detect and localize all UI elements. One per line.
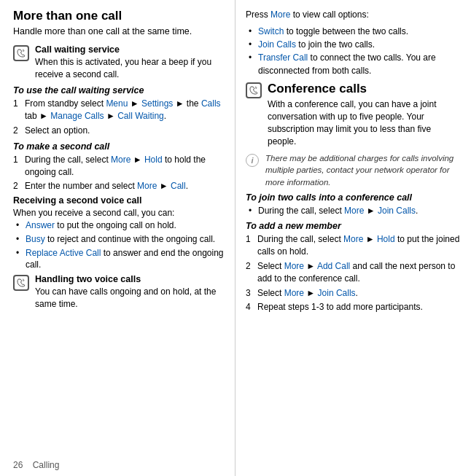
bullet-dot-switch: • <box>249 25 256 38</box>
bullet-dot-join-two: • <box>249 205 256 217</box>
add-new-member-title: To add a new member <box>246 221 461 231</box>
busy-highlight: Busy <box>26 234 45 244</box>
join-calls-highlight-2: Join Calls <box>378 206 416 216</box>
add-call-highlight: Add Call <box>317 261 350 271</box>
warning-text: There may be additional charges for call… <box>265 152 461 187</box>
handling-two-content: Handling two voice calls You can have ca… <box>35 274 225 311</box>
join-two-title: To join two calls into a conference call <box>246 192 461 203</box>
right-bullets: • Switch to toggle between the two calls… <box>246 25 461 77</box>
make-step-2-num: 2 <box>13 180 23 192</box>
join-calls-highlight: Join Calls <box>258 39 296 50</box>
bullet-replace: • Replace Active Call to answer and end … <box>16 247 225 272</box>
make-second-call-section: To make a second call 1 During the call,… <box>13 141 225 192</box>
add-step-1: 1 During the call, select More ► Hold to… <box>246 233 461 258</box>
more-highlight-1: More <box>111 155 131 165</box>
use-call-waiting-title: To use the call waiting service <box>13 85 225 95</box>
add-step-1-text: During the call, select More ► Hold to p… <box>257 233 461 258</box>
bullet-dot-2: • <box>16 233 23 246</box>
page-number: 26 <box>13 460 23 470</box>
press-more-intro: Press More to view call options: <box>246 9 461 21</box>
use-call-waiting-steps: 1 From standby select Menu ► Settings ► … <box>13 98 225 136</box>
add-new-member-section: To add a new member 1 During the call, s… <box>246 221 461 313</box>
receiving-second-intro: When you receive a second call, you can: <box>13 207 225 219</box>
menu-highlight: Menu <box>106 98 128 109</box>
warning-row: i There may be additional charges for ca… <box>246 152 461 187</box>
handling-two-icon <box>13 275 29 291</box>
receiving-second-title: Receiving a second voice call <box>13 195 225 206</box>
call-waiting-icon <box>13 45 29 61</box>
call-waiting-icon-box <box>13 45 32 61</box>
bullet-join-calls-text: Join Calls to join the two calls. <box>258 38 375 51</box>
add-step-2-text: Select More ► Add Call and call the next… <box>257 260 461 285</box>
handling-two-subsection: Handling two voice calls You can have ca… <box>13 274 225 311</box>
join-two-section: To join two calls into a conference call… <box>246 192 461 217</box>
join-two-text: During the call, select More ► Join Call… <box>258 205 418 217</box>
more-highlight-add3: More <box>284 288 304 298</box>
bullet-answer-text: Answer to put the ongoing call on hold. <box>26 219 176 232</box>
conference-title: Conference calls <box>268 82 461 96</box>
bullet-switch: • Switch to toggle between the two calls… <box>249 25 461 38</box>
bullet-switch-text: Switch to toggle between the two calls. <box>258 25 408 38</box>
receiving-second-section: Receiving a second voice call When you r… <box>13 195 225 271</box>
add-step-3: 3 Select More ► Join Calls. <box>246 287 461 300</box>
add-step-2: 2 Select More ► Add Call and call the ne… <box>246 260 461 285</box>
right-column: Press More to view call options: • Switc… <box>236 0 471 476</box>
make-step-1-text: During the call, select More ► Hold to h… <box>25 154 225 179</box>
step-1: 1 From standby select Menu ► Settings ► … <box>13 98 225 122</box>
bullet-dot-join: • <box>249 38 256 51</box>
section-label: Calling <box>33 460 60 470</box>
left-column: More than one call Handle more than one … <box>0 0 236 476</box>
more-highlight-right: More <box>270 9 290 20</box>
join-calls-highlight-3: Join Calls <box>318 288 356 298</box>
add-step-2-num: 2 <box>246 260 256 273</box>
join-two-bullets: • During the call, select More ► Join Ca… <box>246 205 461 217</box>
manage-calls-highlight: Manage Calls <box>50 111 104 121</box>
transfer-highlight: Transfer Call <box>258 52 308 63</box>
page: More than one call Handle more than one … <box>0 0 471 476</box>
step-2: 2 Select an option. <box>13 125 225 137</box>
step-2-num: 2 <box>13 125 23 137</box>
step-1-text: From standby select Menu ► Settings ► th… <box>25 98 225 122</box>
call-waiting-subsection: Call waiting service When this is activa… <box>13 44 225 81</box>
more-highlight-add2: More <box>284 261 304 271</box>
main-intro: Handle more than one call at the same ti… <box>13 26 225 39</box>
conference-icon-box <box>246 82 265 98</box>
conference-icon <box>246 82 262 98</box>
bullet-join-calls: • Join Calls to join the two calls. <box>249 38 461 51</box>
call-highlight: Call <box>171 181 186 191</box>
warning-circle-icon: i <box>246 154 259 167</box>
handling-two-title: Handling two voice calls <box>35 274 225 284</box>
join-two-bullet: • During the call, select More ► Join Ca… <box>249 205 461 217</box>
make-second-call-steps: 1 During the call, select More ► Hold to… <box>13 154 225 192</box>
call-waiting-highlight: Call Waiting <box>117 111 164 121</box>
settings-highlight: Settings <box>141 98 173 109</box>
page-footer: 26 Calling <box>13 460 59 470</box>
more-highlight-add1: More <box>343 234 363 244</box>
replace-highlight: Replace Active Call <box>26 248 101 258</box>
step-2-text: Select an option. <box>25 125 90 137</box>
bullet-dot-3: • <box>16 247 23 260</box>
calls-highlight: Calls <box>201 98 221 109</box>
call-waiting-content: Call waiting service When this is activa… <box>35 44 225 81</box>
handling-two-icon-box <box>13 275 32 291</box>
more-highlight-join: More <box>344 206 364 216</box>
make-step-2: 2 Enter the number and select More ► Cal… <box>13 180 225 192</box>
use-call-waiting-section: To use the call waiting service 1 From s… <box>13 85 225 136</box>
bullet-dot-1: • <box>16 219 23 232</box>
add-step-4-text: Repeat steps 1-3 to add more participant… <box>257 301 423 313</box>
hold-highlight-1: Hold <box>144 155 163 165</box>
make-step-1-num: 1 <box>13 154 23 166</box>
conference-intro: With a conference call, you can have a j… <box>268 98 461 147</box>
more-highlight-2: More <box>137 181 157 191</box>
bullet-transfer-text: Transfer Call to connect the two calls. … <box>258 51 461 77</box>
conference-calls-subsection: Conference calls With a conference call,… <box>246 82 461 148</box>
add-step-4: 4 Repeat steps 1-3 to add more participa… <box>246 301 461 313</box>
step-1-num: 1 <box>13 98 23 110</box>
answer-highlight: Answer <box>26 220 55 230</box>
bullet-answer: • Answer to put the ongoing call on hold… <box>16 219 225 232</box>
make-step-2-text: Enter the number and select More ► Call. <box>25 180 188 192</box>
warning-icon-box: i <box>246 154 262 167</box>
main-title: More than one call <box>13 9 225 23</box>
add-new-member-steps: 1 During the call, select More ► Hold to… <box>246 233 461 313</box>
make-second-call-title: To make a second call <box>13 141 225 152</box>
